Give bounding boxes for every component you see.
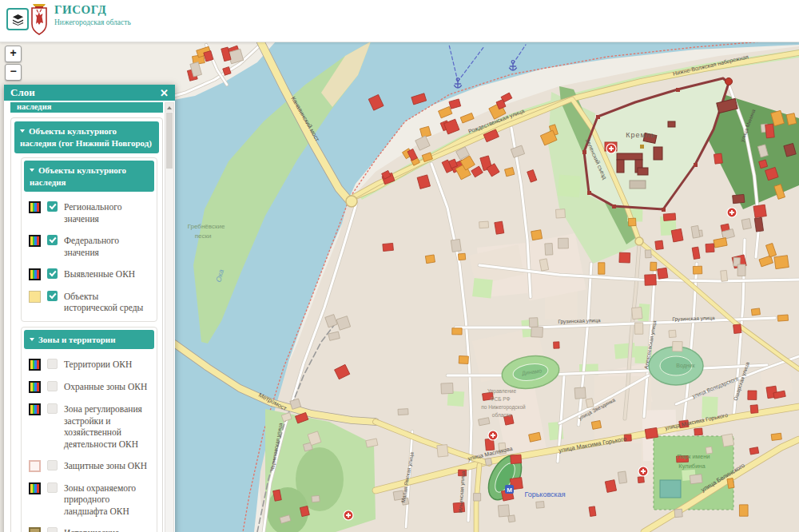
layer-swatch-yellow-icon [29,291,41,303]
layer-label: Объекты исторической среды [64,290,153,314]
layer-label: Исторические территории [64,526,153,532]
map-building [774,256,789,269]
map-building [586,399,594,408]
map-building [674,509,682,517]
collapsible-section-header[interactable]: Зоны и территории [24,330,154,350]
app-header: ГИСОГД Нижегородская область [0,0,799,42]
map-building [645,250,651,258]
layer-swatch-striped-icon [29,201,41,213]
layer-row: Зоны охраняемого природного ландшафта ОК… [24,477,154,522]
map-building [605,480,616,493]
map-building [771,433,781,440]
map-building [691,225,700,238]
layer-checkbox[interactable] [47,291,58,301]
layer-swatch-pink-icon [29,460,41,472]
map-label: по Нижегородской [481,404,526,411]
layer-swatch-striped-icon [29,268,41,280]
map-building [452,328,462,335]
map-building [721,270,728,281]
layers-panel-title: Слои [10,86,35,99]
layer-row: Защитные зоны ОКН [24,455,154,477]
collapsible-section-header[interactable]: Объекты культурного наследия (гог Нижний… [14,121,159,153]
map-building [693,266,702,274]
panel-scrollbar[interactable] [165,102,174,532]
layer-row: Федерального значения [24,229,154,263]
layer-swatch-striped-icon [29,403,41,415]
map-building [754,217,763,232]
layers-icon [12,14,24,26]
map-building [655,240,663,249]
map-building [545,244,553,256]
zoom-out-button[interactable]: − [5,64,22,81]
map-building [383,243,394,251]
layer-checkbox[interactable] [47,403,58,414]
close-icon[interactable]: ✕ [160,88,169,98]
map-building [300,506,309,516]
map-building [495,221,504,234]
map-building [591,420,601,429]
map-building [751,308,760,316]
layer-checkbox[interactable] [47,268,58,279]
layer-checkbox[interactable] [47,460,58,470]
layer-subgroup-box: Зоны и территорииТерритории ОКНОхранные … [21,327,157,532]
layer-subgroup-box: Объекты культурного наследияРегиональног… [21,157,157,322]
map-building [398,409,408,415]
map-building [574,387,586,399]
map-building [694,428,702,435]
map-building [777,315,788,321]
map-building [765,124,775,138]
map-building [437,445,448,457]
map-building [628,218,636,226]
layer-row: Территории ОКН [24,353,154,375]
map-building [638,477,644,483]
layer-swatch-striped-icon [29,381,41,393]
map-building [671,228,683,241]
layer-checkbox[interactable] [47,482,58,493]
layer-checkbox[interactable] [47,235,58,245]
map-label: Гребнёвские [188,223,225,230]
layer-label: Регионального значения [64,200,153,224]
zoom-in-button[interactable]: + [5,46,22,62]
map-building [632,308,642,320]
chevron-down-icon [30,338,34,341]
map-building [479,221,489,228]
map-building [748,391,757,399]
layer-checkbox[interactable] [47,359,58,369]
map-label: Горьковская [524,490,565,498]
map-building [727,478,734,489]
app-subtitle: Нижегородская область [54,18,131,26]
map-building [645,427,658,439]
map-building [759,160,768,169]
map-building [558,174,581,197]
map-building [741,219,751,230]
layer-checkbox[interactable] [47,201,58,212]
scrollbar-thumb[interactable] [166,113,173,169]
layer-row: Охранные зоны ОКН [24,375,154,398]
layer-swatch-striped-icon [29,359,41,371]
layer-row: Регионального значения [24,196,154,229]
layers-toggle-button[interactable] [6,8,29,30]
layer-checkbox[interactable] [47,527,58,532]
map-building [753,204,766,217]
layer-row: Зона регулирования застройки и хозяйстве… [24,398,154,455]
layer-checkbox[interactable] [47,381,58,391]
map-building [451,239,461,252]
scroll-up-button[interactable] [165,103,173,112]
layer-label: Территории ОКН [64,358,153,370]
map-label: области [492,412,512,418]
layer-swatch-tan-icon [29,527,41,532]
map-building [531,327,543,337]
scrolled-section-header[interactable]: наследия [10,102,163,113]
app-title: ГИСОГД [54,3,106,17]
map-building [618,471,626,483]
collapsible-section-header[interactable]: Объекты культурного наследия [24,161,154,193]
layers-panel: Слои ✕ наследия Объекты культурного насл… [4,85,175,532]
map-building [474,494,481,501]
map-building [425,255,435,264]
layer-row: Исторические территории [24,522,154,532]
map-label: Управление [487,388,517,395]
map-building [485,458,492,465]
layer-label: Выявленные ОКН [64,268,153,280]
layer-row: Выявленные ОКН [24,263,154,285]
map-building [650,262,657,271]
